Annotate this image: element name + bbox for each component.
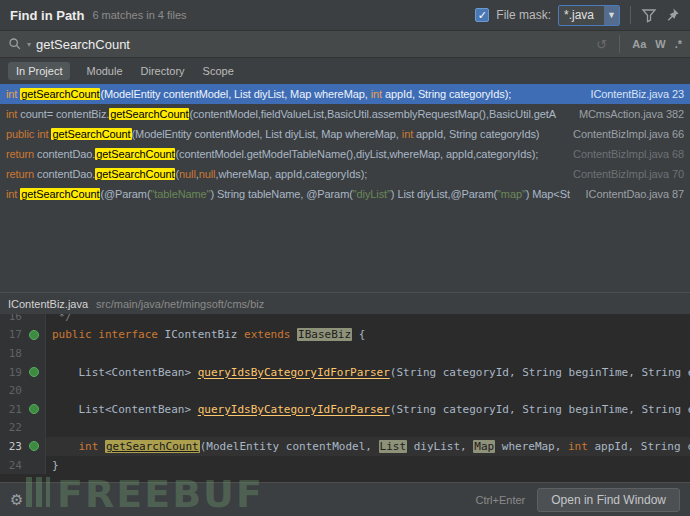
code-line-text: List<ContentBean> queryIdsByCategoryIdFo… <box>46 363 690 382</box>
result-row[interactable]: int getSearchCount(@Param("tableName") S… <box>0 184 690 204</box>
code-line: 18 <box>0 344 690 363</box>
search-query-text: getSearchCount <box>36 37 130 52</box>
code-line-text <box>46 419 690 438</box>
method-marker-icon <box>29 330 41 340</box>
file-mask-checkbox[interactable]: ✓ <box>475 8 489 22</box>
line-number: 20 <box>0 384 22 397</box>
gear-icon[interactable]: ⚙ <box>10 491 23 509</box>
history-icon[interactable]: ↺ <box>596 37 607 52</box>
result-row[interactable]: int getSearchCount(ModelEntity contentMo… <box>0 84 690 104</box>
filter-icon[interactable] <box>641 7 657 23</box>
result-row[interactable]: int count= contentBiz.getSearchCount(con… <box>0 104 690 124</box>
code-line-text: } <box>46 456 690 475</box>
search-input[interactable]: ▾ getSearchCount ↺ Aa W .* <box>0 30 690 58</box>
search-history-chevron-icon[interactable]: ▾ <box>27 40 31 49</box>
result-code: return contentDao.getSearchCount(content… <box>6 148 561 160</box>
footer-bar: ⚙ Ctrl+Enter Open in Find Window <box>0 482 690 516</box>
result-location: ContentBizImpl.java 70 <box>573 168 684 180</box>
file-mask-label: File mask: <box>496 8 551 22</box>
whole-words-toggle[interactable]: W <box>655 38 665 50</box>
line-number: 21 <box>0 403 22 416</box>
code-line-text: public interface IContentBiz extends IBa… <box>46 326 690 345</box>
editor-gutter: 24 <box>0 456 46 475</box>
line-number: 22 <box>0 421 22 434</box>
match-case-toggle[interactable]: Aa <box>632 38 646 50</box>
search-icon <box>8 37 22 51</box>
editor-gutter: 18 <box>0 344 46 363</box>
line-number: 18 <box>0 347 22 360</box>
result-row[interactable]: return contentDao.getSearchCount(content… <box>0 144 690 164</box>
code-line: 21 List<ContentBean> queryIdsByCategoryI… <box>0 400 690 419</box>
result-row[interactable]: public int getSearchCount(ModelEntity co… <box>0 124 690 144</box>
method-marker-icon <box>29 404 41 414</box>
tab-scope[interactable]: Scope <box>201 62 236 80</box>
result-location: ContentBizImpl.java 68 <box>573 148 684 160</box>
pin-icon[interactable] <box>664 7 680 23</box>
result-code: int getSearchCount(ModelEntity contentMo… <box>6 88 579 100</box>
result-row[interactable]: return contentDao.getSearchCount(null,nu… <box>0 164 690 184</box>
file-mask-combo[interactable]: *.java ▼ <box>558 5 620 26</box>
open-in-find-window-button[interactable]: Open in Find Window <box>537 488 680 512</box>
editor-gutter: 17 <box>0 326 46 345</box>
results-list: int getSearchCount(ModelEntity contentMo… <box>0 84 690 292</box>
code-line: 22 <box>0 419 690 438</box>
code-line: 20 <box>0 381 690 400</box>
code-line-text: List<ContentBean> queryIdsByCategoryIdFo… <box>46 400 690 419</box>
dialog-title: Find in Path <box>10 8 84 23</box>
regex-toggle[interactable]: .* <box>675 38 682 50</box>
line-number: 17 <box>0 328 22 341</box>
code-line: 16 */ <box>0 314 690 326</box>
find-in-path-window: Find in Path 6 matches in 4 files ✓ File… <box>0 0 690 516</box>
editor-gutter: 21 <box>0 400 46 419</box>
scope-tabs: In Project Module Directory Scope <box>0 58 690 84</box>
preview-file-path: src/main/java/net/mingsoft/cms/biz <box>96 298 264 310</box>
result-location: MCmsAction.java 382 <box>579 108 684 120</box>
code-line-text <box>46 381 690 400</box>
result-location: IContentDao.java 87 <box>586 188 684 200</box>
result-location: ContentBizImpl.java 66 <box>573 128 684 140</box>
divider <box>619 35 620 53</box>
result-code: int count= contentBiz.getSearchCount(con… <box>6 108 567 120</box>
code-line-text: int getSearchCount(ModelEntity contentMo… <box>46 437 690 456</box>
editor-gutter: 20 <box>0 381 46 400</box>
method-marker-icon <box>29 367 41 377</box>
editor-gutter: 19 <box>0 363 46 382</box>
editor-gutter: 16 <box>0 314 46 326</box>
line-number: 23 <box>0 440 22 453</box>
result-location: IContentBiz.java 23 <box>591 88 685 100</box>
code-line: 19 List<ContentBean> queryIdsByCategoryI… <box>0 363 690 382</box>
code-preview-editor[interactable]: 16 */17public interface IContentBiz exte… <box>0 314 690 482</box>
tab-directory[interactable]: Directory <box>139 62 187 80</box>
result-code: int getSearchCount(@Param("tableName") S… <box>6 188 574 200</box>
editor-gutter: 22 <box>0 419 46 438</box>
code-line-text <box>46 344 690 363</box>
result-code: public int getSearchCount(ModelEntity co… <box>6 128 561 140</box>
tab-module[interactable]: Module <box>84 62 124 80</box>
result-code: return contentDao.getSearchCount(null,nu… <box>6 168 561 180</box>
chevron-down-icon[interactable]: ▼ <box>604 6 619 25</box>
method-marker-icon <box>29 441 41 451</box>
match-summary: 6 matches in 4 files <box>92 9 186 21</box>
preview-file-name: IContentBiz.java <box>8 298 88 310</box>
line-number: 19 <box>0 366 22 379</box>
code-line: 23 int getSearchCount(ModelEntity conten… <box>0 437 690 456</box>
code-line: 24} <box>0 456 690 475</box>
divider <box>630 6 631 24</box>
preview-header: IContentBiz.java src/main/java/net/mings… <box>0 292 690 314</box>
title-bar: Find in Path 6 matches in 4 files ✓ File… <box>0 0 690 30</box>
code-line-text: */ <box>46 314 690 326</box>
code-line: 17public interface IContentBiz extends I… <box>0 326 690 345</box>
file-mask-value: *.java <box>559 8 604 22</box>
line-number: 16 <box>0 314 22 323</box>
line-number: 24 <box>0 459 22 472</box>
shortcut-hint: Ctrl+Enter <box>475 494 525 506</box>
editor-gutter: 23 <box>0 437 46 456</box>
tab-in-project[interactable]: In Project <box>8 62 70 80</box>
